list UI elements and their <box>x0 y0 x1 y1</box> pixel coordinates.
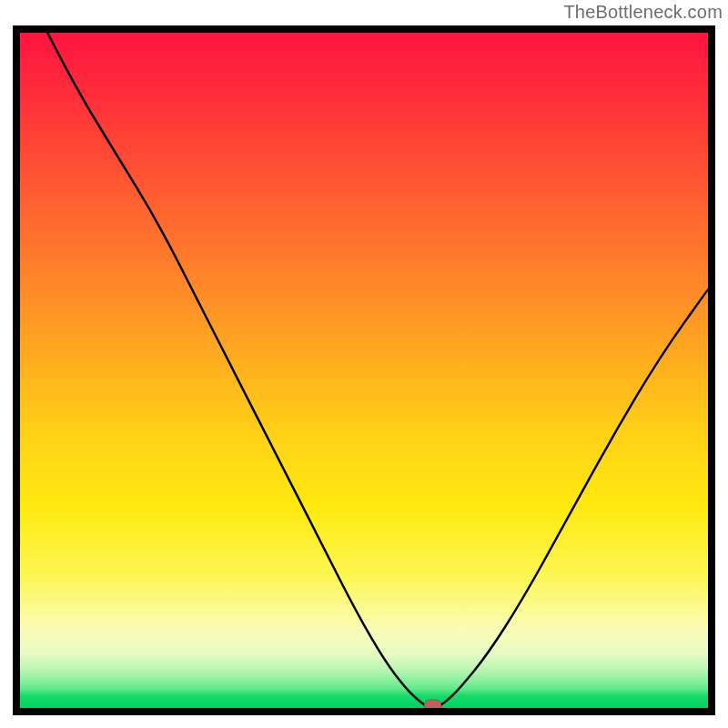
plot-area <box>20 33 708 708</box>
bottleneck-curve <box>47 33 708 708</box>
optimum-marker <box>425 700 441 708</box>
curve-layer <box>20 33 708 708</box>
watermark-text: TheBottleneck.com <box>563 2 723 23</box>
chart-frame <box>13 25 715 715</box>
chart-container: TheBottleneck.com <box>0 0 728 728</box>
